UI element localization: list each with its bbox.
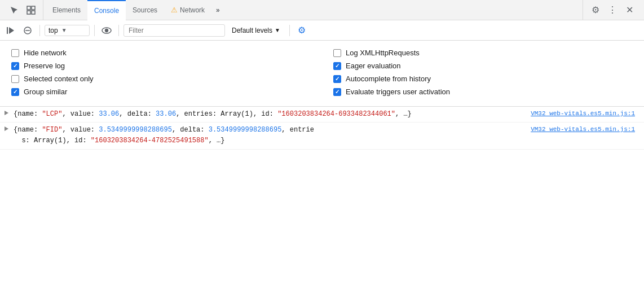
eager-eval-label: Eager evaluation [346, 62, 401, 70]
context-selector[interactable]: top ▼ [45, 25, 90, 36]
group-similar-checkbox[interactable] [11, 88, 19, 96]
group-similar-label: Group similar [24, 88, 67, 96]
log-xmlhttp-label: Log XMLHttpRequests [346, 49, 420, 57]
svg-rect-1 [32, 6, 35, 10]
tab-elements[interactable]: Elements [46, 0, 87, 20]
more-options-icon[interactable]: ⋮ [605, 2, 620, 18]
entry-source-fid[interactable]: VM32 web-vitals.es5.min.js:1 [531, 125, 635, 135]
autocomplete-checkbox[interactable] [333, 75, 341, 83]
settings-right: Log XMLHttpRequests Eager evaluation Aut… [333, 46, 633, 98]
settings-panel: Hide network Preserve log Selected conte… [0, 41, 644, 107]
close-icon[interactable]: ✕ [621, 2, 637, 18]
entry-toggle-lcp[interactable] [5, 111, 9, 115]
log-xmlhttp-checkbox[interactable] [333, 49, 341, 57]
settings-icon[interactable]: ⚙ [588, 2, 603, 18]
evaluate-triggers-checkbox[interactable] [333, 88, 341, 96]
console-entry-lcp[interactable]: VM32 web-vitals.es5.min.js:1 {name: "LCP… [0, 107, 644, 123]
network-warning-icon: ⚠ [171, 6, 178, 14]
settings-left: Hide network Preserve log Selected conte… [11, 46, 311, 98]
right-icons: ⚙ ⋮ ✕ [583, 0, 642, 20]
tab-sources[interactable]: Sources [126, 0, 164, 20]
tab-icons [2, 0, 43, 20]
console-output: VM32 web-vitals.es5.min.js:1 {name: "LCP… [0, 107, 644, 150]
setting-hide-network[interactable]: Hide network [11, 46, 311, 59]
svg-marker-5 [9, 27, 14, 34]
setting-selected-context[interactable]: Selected context only [11, 72, 311, 85]
svg-point-9 [105, 29, 108, 32]
hide-network-label: Hide network [24, 49, 67, 57]
filter-input[interactable] [123, 24, 225, 37]
setting-group-similar[interactable]: Group similar [11, 85, 311, 98]
more-tabs-button[interactable]: » [211, 0, 224, 20]
levels-dropdown[interactable]: Default levels ▼ [227, 25, 285, 36]
toolbar-divider-3 [118, 25, 119, 36]
toolbar-divider [39, 25, 40, 36]
execute-context-icon[interactable] [3, 23, 18, 38]
cursor-icon[interactable] [7, 3, 21, 18]
console-entry-fid[interactable]: VM32 web-vitals.es5.min.js:1 {name: "FID… [0, 123, 644, 149]
preserve-log-checkbox[interactable] [11, 62, 19, 70]
inspect-icon[interactable] [24, 3, 38, 18]
tab-network[interactable]: ⚠ Network [164, 0, 211, 20]
selected-context-checkbox[interactable] [11, 75, 19, 83]
svg-rect-0 [27, 6, 30, 10]
setting-log-xmlhttp[interactable]: Log XMLHttpRequests [333, 46, 633, 59]
entry-text-fid: {name: "FID", value: 3.5349999998288695,… [14, 126, 314, 145]
console-settings-icon[interactable]: ⚙ [294, 23, 309, 38]
preserve-log-label: Preserve log [24, 62, 65, 70]
tab-bar: Elements Console Sources ⚠ Network » ⚙ ⋮… [0, 0, 644, 20]
svg-rect-4 [7, 27, 8, 34]
entry-text-lcp: {name: "LCP", value: 33.06, delta: 33.06… [14, 110, 412, 118]
setting-autocomplete[interactable]: Autocomplete from history [333, 72, 633, 85]
eager-eval-checkbox[interactable] [333, 62, 341, 70]
svg-rect-2 [27, 11, 30, 14]
entry-toggle-fid[interactable] [5, 126, 9, 131]
eye-icon[interactable] [99, 23, 114, 38]
toolbar: top ▼ Default levels ▼ ⚙ [0, 20, 644, 41]
svg-rect-3 [32, 11, 35, 14]
tab-console[interactable]: Console [87, 0, 126, 20]
setting-evaluate-triggers[interactable]: Evaluate triggers user activation [333, 85, 633, 98]
setting-eager-eval[interactable]: Eager evaluation [333, 59, 633, 72]
toolbar-divider-4 [289, 25, 290, 36]
setting-preserve-log[interactable]: Preserve log [11, 59, 311, 72]
selected-context-label: Selected context only [24, 75, 94, 83]
clear-icon[interactable] [20, 23, 35, 38]
hide-network-checkbox[interactable] [11, 49, 19, 57]
evaluate-triggers-label: Evaluate triggers user activation [346, 88, 450, 96]
autocomplete-label: Autocomplete from history [346, 75, 431, 83]
toolbar-divider-2 [94, 25, 95, 36]
tabs: Elements Console Sources ⚠ Network » [43, 0, 583, 20]
entry-source-lcp[interactable]: VM32 web-vitals.es5.min.js:1 [531, 109, 635, 119]
